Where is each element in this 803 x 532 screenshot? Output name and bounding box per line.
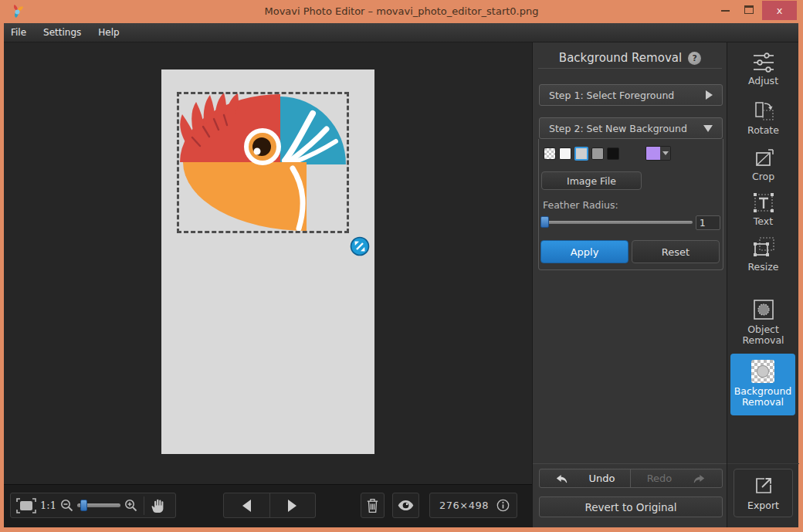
bottom-toolbar: 1:1 xyxy=(4,484,532,527)
info-icon[interactable] xyxy=(496,499,510,512)
zoom-ratio-label[interactable]: 1:1 xyxy=(40,500,56,511)
menubar: File Settings Help xyxy=(4,23,798,42)
image-size-box: 276×498 xyxy=(429,493,517,518)
panel-bottom-separator xyxy=(533,463,727,464)
tool-rotate[interactable]: Rotate xyxy=(727,101,799,136)
swatch-transparent[interactable] xyxy=(544,147,556,160)
selection-rectangle[interactable] xyxy=(177,92,349,233)
export-label: Export xyxy=(747,500,779,511)
fit-to-screen-icon[interactable] xyxy=(16,498,36,513)
feather-radius-label: Feather Radius: xyxy=(543,199,618,211)
show-original-button[interactable] xyxy=(392,493,419,518)
revert-to-original-button[interactable]: Revert to Original xyxy=(539,496,723,517)
zoom-controls-group: 1:1 xyxy=(10,493,176,518)
crop-icon xyxy=(753,148,774,168)
undo-redo-group: Undo Redo xyxy=(539,469,723,488)
menu-settings[interactable]: Settings xyxy=(35,23,90,42)
tool-resize-label: Resize xyxy=(747,262,778,273)
custom-color-dropdown[interactable] xyxy=(660,147,670,160)
swatch-light-gray-selected[interactable] xyxy=(574,147,588,161)
chevron-right-icon xyxy=(706,90,713,100)
tool-object-removal-label: Object Removal xyxy=(737,324,791,347)
tool-crop-label: Crop xyxy=(752,171,774,182)
step1-label: Step 1: Select Foreground xyxy=(549,90,674,101)
feather-slider-handle[interactable] xyxy=(540,216,549,228)
image-file-button[interactable]: Image File xyxy=(541,171,642,190)
maximize-button[interactable] xyxy=(744,5,754,14)
export-icon xyxy=(754,476,774,496)
zoom-in-icon[interactable] xyxy=(124,499,137,512)
custom-color-combo[interactable] xyxy=(645,146,671,161)
toolbar-divider xyxy=(144,496,144,515)
tool-text-label: Text xyxy=(754,216,773,227)
undo-button[interactable]: Undo xyxy=(540,469,631,487)
app-logo-icon xyxy=(10,4,25,19)
sidebar-separator xyxy=(727,463,799,464)
step2-content: Image File Feather Radius: 1 Apply Reset xyxy=(538,139,723,270)
swatch-white[interactable] xyxy=(559,147,571,160)
menu-help[interactable]: Help xyxy=(90,23,127,42)
eye-icon xyxy=(398,500,414,511)
custom-color-swatch[interactable] xyxy=(646,147,660,160)
swatch-gray[interactable] xyxy=(591,147,604,160)
previous-image-button[interactable] xyxy=(224,493,269,517)
close-button[interactable]: x xyxy=(762,1,797,20)
image-size-label: 276×498 xyxy=(439,500,489,511)
minimize-button[interactable] xyxy=(721,10,730,12)
tool-crop[interactable]: Crop xyxy=(727,148,799,182)
tool-adjust-label: Adjust xyxy=(748,76,778,86)
step2-header[interactable]: Step 2: Set New Background xyxy=(539,117,723,139)
tool-adjust[interactable]: Adjust xyxy=(727,53,799,86)
tool-background-removal-selected[interactable]: Background Removal xyxy=(730,354,795,415)
trash-icon xyxy=(366,498,379,513)
background-removal-panel: Background Removal ? Step 1: Select Fore… xyxy=(532,42,727,527)
adjust-icon xyxy=(752,53,775,73)
previous-arrow-icon xyxy=(242,500,251,512)
undo-label: Undo xyxy=(589,473,615,484)
next-image-button[interactable] xyxy=(269,493,315,517)
undo-icon xyxy=(555,473,569,484)
swatch-black[interactable] xyxy=(607,147,619,160)
background-removal-icon xyxy=(751,360,774,383)
tool-rotate-label: Rotate xyxy=(747,125,779,136)
zoom-slider-handle[interactable] xyxy=(80,500,87,511)
object-removal-icon xyxy=(752,298,775,321)
window-title: Movavi Photo Editor – movavi_photo_edito… xyxy=(0,0,803,22)
feather-value-field[interactable]: 1 xyxy=(696,215,720,230)
redo-button[interactable]: Redo xyxy=(631,469,722,487)
tool-background-removal-label: Background Removal xyxy=(732,386,794,408)
rotate-icon xyxy=(752,101,775,122)
tool-resize[interactable]: Resize xyxy=(727,236,799,273)
menu-file[interactable]: File xyxy=(4,23,35,42)
background-swatch-row xyxy=(544,147,671,160)
panel-title: Background Removal xyxy=(559,51,682,65)
next-arrow-icon xyxy=(288,500,296,512)
tool-object-removal[interactable]: Object Removal xyxy=(727,298,799,347)
tool-text[interactable]: Text xyxy=(727,192,799,227)
app-window: { "titlebar": { "title": "Movavi Photo E… xyxy=(0,0,803,532)
resize-handle[interactable] xyxy=(350,236,370,256)
image-navigation-group xyxy=(223,493,316,518)
titlebar: Movavi Photo Editor – movavi_photo_edito… xyxy=(0,0,803,23)
zoom-slider[interactable] xyxy=(77,503,120,507)
redo-icon xyxy=(692,473,706,484)
step2-label: Step 2: Set New Background xyxy=(549,123,687,134)
delete-image-button[interactable] xyxy=(361,493,385,518)
apply-button[interactable]: Apply xyxy=(540,240,629,263)
export-button[interactable]: Export xyxy=(734,469,793,517)
feather-slider[interactable] xyxy=(542,221,693,224)
resize-icon xyxy=(752,236,775,259)
redo-label: Redo xyxy=(647,473,673,484)
panel-separator xyxy=(538,68,722,69)
chevron-down-icon xyxy=(703,125,713,132)
panel-header: Background Removal ? xyxy=(533,48,727,68)
reset-button[interactable]: Reset xyxy=(632,240,720,263)
step1-header[interactable]: Step 1: Select Foreground xyxy=(539,84,723,106)
text-icon xyxy=(753,192,774,213)
tools-sidebar: Adjust Rotate Crop Text R xyxy=(727,42,798,527)
dropdown-arrow-icon xyxy=(662,151,669,155)
zoom-out-icon[interactable] xyxy=(60,499,73,512)
hand-tool-icon[interactable] xyxy=(151,497,165,513)
help-icon[interactable]: ? xyxy=(688,52,701,65)
